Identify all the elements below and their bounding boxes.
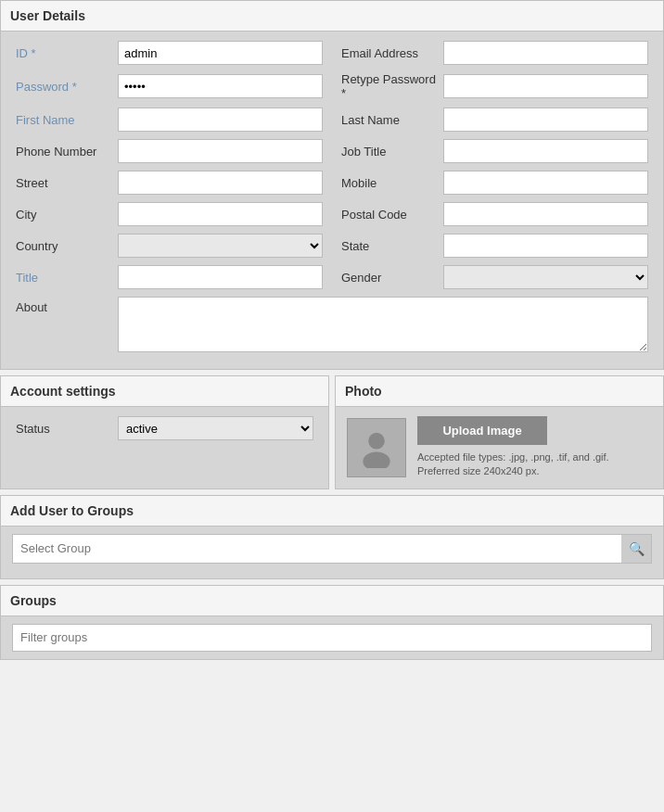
col-status: Status active inactive: [16, 416, 313, 440]
label-gender: Gender: [341, 271, 443, 285]
label-city: City: [16, 208, 118, 222]
account-settings-section: Account settings Status active inactive: [0, 375, 329, 489]
col-retype-password: Retype Password *: [341, 72, 648, 100]
input-password[interactable]: [118, 74, 323, 98]
col-gender: Gender Male Female: [341, 265, 648, 289]
photo-section: Photo Upload Image Accepted file types: …: [335, 375, 664, 489]
label-phone: Phone Number: [16, 145, 118, 159]
row-title-gender: Title Gender Male Female: [16, 265, 648, 289]
svg-point-0: [368, 433, 385, 450]
search-group-input[interactable]: [13, 535, 621, 563]
input-postal[interactable]: [443, 202, 648, 226]
col-firstname: First Name: [16, 108, 323, 132]
select-gender[interactable]: Male Female: [443, 265, 648, 289]
account-settings-body: Status active inactive: [1, 407, 328, 457]
col-email: Email Address: [341, 41, 648, 65]
textarea-about[interactable]: [118, 297, 648, 352]
input-state[interactable]: [443, 234, 648, 258]
add-to-groups-title: Add User to Groups: [1, 496, 663, 527]
col-jobtitle: Job Title: [341, 139, 648, 163]
col-phone: Phone Number: [16, 139, 323, 163]
col-id: ID *: [16, 41, 323, 65]
photo-upload-area: Upload Image Accepted file types: .jpg, …: [417, 416, 652, 479]
label-state: State: [341, 239, 443, 253]
add-user-to-groups-section: Add User to Groups 🔍: [0, 495, 664, 579]
person-icon: [356, 427, 397, 468]
user-details-body: ID * Email Address Password * Retype Pas…: [1, 32, 663, 369]
row-id-email: ID * Email Address: [16, 41, 648, 65]
input-jobtitle[interactable]: [443, 139, 648, 163]
select-country[interactable]: [118, 234, 323, 258]
add-to-groups-body: 🔍: [1, 527, 663, 578]
input-mobile[interactable]: [443, 171, 648, 195]
user-details-section: User Details ID * Email Address Password…: [0, 0, 664, 370]
input-title[interactable]: [118, 265, 323, 289]
svg-point-1: [363, 451, 389, 468]
col-password: Password *: [16, 74, 323, 98]
input-phone[interactable]: [118, 139, 323, 163]
photo-title: Photo: [336, 376, 663, 407]
input-id[interactable]: [118, 41, 323, 65]
input-firstname[interactable]: [118, 108, 323, 132]
lower-sections: Account settings Status active inactive …: [0, 375, 664, 489]
label-status: Status: [16, 422, 118, 436]
label-lastname: Last Name: [341, 113, 443, 127]
label-retype-password: Retype Password *: [341, 72, 443, 100]
col-title: Title: [16, 265, 323, 289]
label-about: About: [16, 297, 118, 314]
row-street-mobile: Street Mobile: [16, 171, 648, 195]
input-city[interactable]: [118, 202, 323, 226]
input-lastname[interactable]: [443, 108, 648, 132]
search-icon: 🔍: [629, 541, 645, 556]
search-group-button[interactable]: 🔍: [621, 535, 651, 563]
label-firstname: First Name: [16, 113, 118, 127]
label-id: ID *: [16, 46, 118, 60]
photo-body: Upload Image Accepted file types: .jpg, …: [336, 407, 663, 488]
row-status: Status active inactive: [16, 416, 313, 440]
select-status[interactable]: active inactive: [118, 416, 313, 440]
col-country: Country: [16, 234, 323, 258]
input-email[interactable]: [443, 41, 648, 65]
label-country: Country: [16, 239, 118, 253]
input-retype-password[interactable]: [443, 74, 648, 98]
label-email: Email Address: [341, 46, 443, 60]
col-state: State: [341, 234, 648, 258]
account-settings-title: Account settings: [1, 376, 328, 407]
groups-section: Groups: [0, 585, 664, 660]
row-city-postal: City Postal Code: [16, 202, 648, 226]
row-about: About: [16, 297, 648, 352]
search-group-row: 🔍: [12, 534, 652, 564]
upload-hint: Accepted file types: .jpg, .png, .tif, a…: [417, 450, 652, 479]
groups-title: Groups: [1, 586, 663, 616]
row-password: Password * Retype Password *: [16, 72, 648, 100]
label-title: Title: [16, 271, 118, 285]
col-city: City: [16, 202, 323, 226]
row-phone-job: Phone Number Job Title: [16, 139, 648, 163]
user-details-title: User Details: [1, 1, 663, 32]
label-jobtitle: Job Title: [341, 145, 443, 159]
label-postal: Postal Code: [341, 208, 443, 222]
row-country-state: Country State: [16, 234, 648, 258]
input-street[interactable]: [118, 171, 323, 195]
col-lastname: Last Name: [341, 108, 648, 132]
row-name: First Name Last Name: [16, 108, 648, 132]
label-password: Password *: [16, 80, 118, 94]
filter-groups-input[interactable]: [12, 624, 652, 652]
label-street: Street: [16, 176, 118, 190]
photo-placeholder: [347, 418, 406, 477]
col-mobile: Mobile: [341, 171, 648, 195]
col-street: Street: [16, 171, 323, 195]
label-mobile: Mobile: [341, 176, 443, 190]
upload-image-button[interactable]: Upload Image: [417, 416, 547, 445]
groups-filter-body: [1, 616, 663, 659]
col-postal: Postal Code: [341, 202, 648, 226]
